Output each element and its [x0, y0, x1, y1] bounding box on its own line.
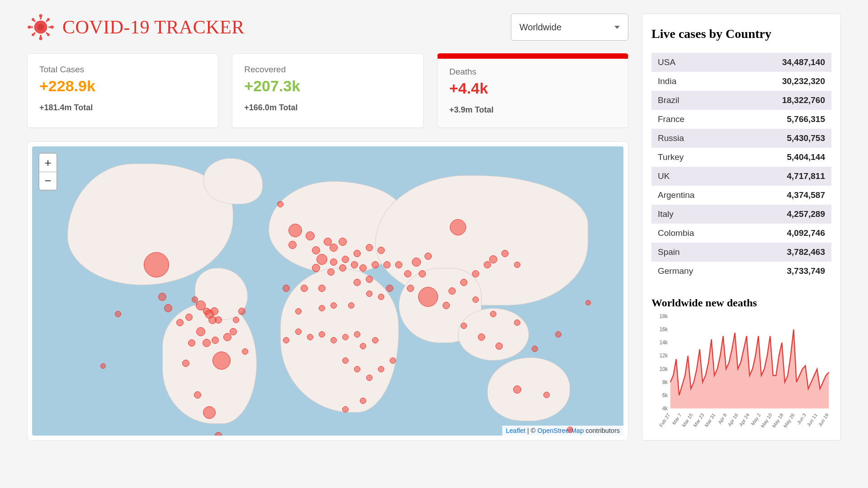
case-circle[interactable] — [283, 337, 289, 343]
case-circle[interactable] — [418, 287, 438, 307]
case-circle[interactable] — [203, 406, 216, 419]
case-circle[interactable] — [288, 224, 302, 237]
case-circle[interactable] — [330, 302, 337, 309]
case-circle[interactable] — [372, 337, 378, 343]
case-circle[interactable] — [366, 276, 373, 283]
case-circle[interactable] — [472, 296, 479, 303]
case-circle[interactable] — [543, 392, 550, 398]
case-circle[interactable] — [383, 261, 391, 268]
table-row[interactable]: USA34,487,140 — [651, 53, 831, 72]
case-circle[interactable] — [425, 253, 432, 260]
case-circle[interactable] — [366, 291, 373, 297]
case-circle[interactable] — [182, 360, 189, 367]
case-circle[interactable] — [223, 333, 231, 341]
case-circle[interactable] — [330, 244, 338, 252]
case-circle[interactable] — [460, 279, 467, 286]
table-row[interactable]: Brazil18,322,760 — [651, 91, 831, 110]
case-circle[interactable] — [567, 427, 573, 433]
case-circle[interactable] — [354, 250, 361, 257]
case-circle[interactable] — [342, 256, 349, 263]
case-circle[interactable] — [342, 334, 349, 340]
case-circle[interactable] — [407, 285, 414, 292]
case-circle[interactable] — [501, 250, 509, 257]
case-circle[interactable] — [176, 319, 184, 326]
case-circle[interactable] — [144, 252, 169, 277]
case-circle[interactable] — [230, 328, 237, 335]
case-circle[interactable] — [115, 311, 121, 317]
table-row[interactable]: India30,232,320 — [651, 72, 831, 91]
card-cases[interactable]: Total Cases +228.9k +181.4m Total — [27, 53, 218, 128]
case-circle[interactable] — [489, 255, 497, 263]
case-circle[interactable] — [288, 241, 297, 249]
case-circle[interactable] — [212, 352, 231, 370]
case-circle[interactable] — [378, 294, 384, 300]
case-circle[interactable] — [100, 363, 106, 369]
case-circle[interactable] — [484, 261, 491, 268]
case-circle[interactable] — [390, 357, 396, 364]
table-row[interactable]: Russia5,430,753 — [651, 129, 831, 148]
case-circle[interactable] — [342, 357, 349, 364]
case-circle[interactable] — [472, 270, 479, 277]
case-circle[interactable] — [339, 238, 347, 246]
table-row[interactable]: Italy4,257,289 — [651, 205, 831, 224]
case-circle[interactable] — [342, 406, 349, 413]
case-circle[interactable] — [495, 343, 503, 350]
case-circle[interactable] — [461, 323, 467, 329]
case-circle[interactable] — [359, 264, 367, 272]
region-selector[interactable]: Worldwide — [511, 14, 628, 41]
case-circle[interactable] — [283, 285, 290, 292]
table-row[interactable]: Germany3,733,749 — [651, 262, 831, 281]
case-circle[interactable] — [354, 279, 361, 286]
case-circle[interactable] — [490, 311, 496, 317]
case-circle[interactable] — [185, 314, 193, 321]
case-circle[interactable] — [366, 375, 373, 381]
case-circle[interactable] — [348, 302, 354, 309]
case-circle[interactable] — [330, 337, 337, 343]
case-circle[interactable] — [351, 261, 358, 268]
case-circle[interactable] — [312, 264, 320, 272]
table-row[interactable]: France5,766,315 — [651, 110, 831, 129]
osm-link[interactable]: OpenStreetMap — [538, 427, 584, 434]
zoom-in-button[interactable]: + — [39, 154, 57, 172]
case-circle[interactable] — [196, 327, 205, 336]
case-circle[interactable] — [295, 328, 302, 335]
case-circle[interactable] — [412, 258, 421, 267]
case-circle[interactable] — [448, 287, 456, 295]
case-circle[interactable] — [366, 244, 373, 251]
country-table[interactable]: USA34,487,140India30,232,320Brazil18,322… — [651, 53, 831, 288]
leaflet-link[interactable]: Leaflet — [506, 427, 526, 434]
case-circle[interactable] — [514, 262, 520, 268]
case-circle[interactable] — [306, 231, 315, 240]
case-circle[interactable] — [450, 219, 466, 235]
case-circle[interactable] — [318, 285, 326, 292]
case-circle[interactable] — [395, 261, 402, 268]
case-circle[interactable] — [316, 254, 327, 265]
case-circle[interactable] — [301, 285, 308, 292]
case-circle[interactable] — [339, 264, 346, 272]
case-circle[interactable] — [295, 308, 302, 314]
case-circle[interactable] — [319, 305, 325, 311]
table-row[interactable]: Turkey5,404,144 — [651, 148, 831, 167]
case-circle[interactable] — [354, 331, 360, 338]
case-circle[interactable] — [312, 246, 320, 254]
case-circle[interactable] — [386, 285, 393, 292]
case-circle[interactable] — [210, 307, 218, 315]
case-circle[interactable] — [203, 339, 211, 347]
case-circle[interactable] — [513, 385, 521, 394]
case-circle[interactable] — [194, 391, 201, 399]
case-circle[interactable] — [377, 247, 385, 254]
table-row[interactable]: Colombia4,092,746 — [651, 224, 831, 243]
card-recovered[interactable]: Recovered +207.3k +166.0m Total — [232, 53, 423, 128]
case-circle[interactable] — [188, 339, 195, 347]
case-circle[interactable] — [419, 270, 426, 277]
case-circle[interactable] — [585, 300, 591, 305]
table-row[interactable]: Argentina4,374,587 — [651, 186, 831, 205]
case-circle[interactable] — [212, 337, 219, 344]
card-deaths[interactable]: Deaths +4.4k +3.9m Total — [437, 53, 628, 128]
world-map[interactable]: + − Leaflet | © OpenStreetMap contributo… — [32, 146, 623, 436]
table-row[interactable]: Spain3,782,463 — [651, 243, 831, 262]
zoom-out-button[interactable]: − — [39, 172, 57, 190]
case-circle[interactable] — [164, 304, 172, 312]
case-circle[interactable] — [327, 268, 335, 276]
case-circle[interactable] — [404, 270, 411, 277]
